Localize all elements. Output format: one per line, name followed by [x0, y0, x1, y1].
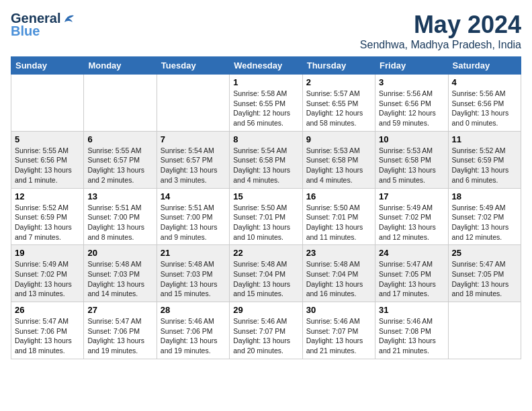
day-number: 18: [452, 191, 517, 201]
day-info: Sunrise: 5:49 AM Sunset: 7:02 PM Dayligh…: [452, 203, 517, 242]
day-number: 21: [161, 248, 226, 258]
logo-blue: Blue: [11, 24, 40, 39]
calendar-cell: 7Sunrise: 5:54 AM Sunset: 6:57 PM Daylig…: [157, 131, 229, 188]
day-number: 29: [233, 305, 298, 315]
calendar-cell: 28Sunrise: 5:46 AM Sunset: 7:06 PM Dayli…: [157, 302, 229, 359]
calendar-cell: 3Sunrise: 5:56 AM Sunset: 6:56 PM Daylig…: [375, 75, 448, 132]
day-info: Sunrise: 5:54 AM Sunset: 6:58 PM Dayligh…: [233, 146, 298, 185]
day-number: 2: [306, 77, 371, 87]
calendar-table: SundayMondayTuesdayWednesdayThursdayFrid…: [11, 56, 521, 359]
calendar-cell: 5Sunrise: 5:55 AM Sunset: 6:56 PM Daylig…: [11, 131, 84, 188]
calendar-cell: 20Sunrise: 5:48 AM Sunset: 7:03 PM Dayli…: [84, 245, 157, 302]
calendar-cell: 18Sunrise: 5:49 AM Sunset: 7:02 PM Dayli…: [448, 188, 521, 245]
day-info: Sunrise: 5:46 AM Sunset: 7:07 PM Dayligh…: [306, 316, 371, 356]
day-number: 3: [379, 77, 444, 87]
week-row-5: 26Sunrise: 5:47 AM Sunset: 7:06 PM Dayli…: [11, 302, 521, 359]
day-number: 11: [452, 134, 517, 144]
day-info: Sunrise: 5:58 AM Sunset: 6:55 PM Dayligh…: [233, 89, 298, 128]
calendar-cell: 26Sunrise: 5:47 AM Sunset: 7:06 PM Dayli…: [11, 302, 84, 359]
calendar-cell: 4Sunrise: 5:56 AM Sunset: 6:56 PM Daylig…: [448, 75, 521, 132]
title-area: May 2024 Sendhwa, Madhya Pradesh, India: [360, 11, 521, 51]
day-info: Sunrise: 5:51 AM Sunset: 7:00 PM Dayligh…: [87, 203, 152, 242]
day-number: 6: [87, 134, 152, 144]
main-title: May 2024: [360, 11, 521, 39]
calendar-cell: 29Sunrise: 5:46 AM Sunset: 7:07 PM Dayli…: [230, 302, 302, 359]
calendar-cell: 25Sunrise: 5:47 AM Sunset: 7:05 PM Dayli…: [448, 245, 521, 302]
calendar-cell: 13Sunrise: 5:51 AM Sunset: 7:00 PM Dayli…: [84, 188, 157, 245]
day-number: 8: [233, 134, 298, 144]
calendar-cell: 22Sunrise: 5:48 AM Sunset: 7:04 PM Dayli…: [230, 245, 302, 302]
day-info: Sunrise: 5:48 AM Sunset: 7:04 PM Dayligh…: [306, 259, 371, 299]
day-number: 25: [452, 248, 517, 258]
calendar-cell: 12Sunrise: 5:52 AM Sunset: 6:59 PM Dayli…: [11, 188, 84, 245]
col-header-friday: Friday: [375, 57, 448, 75]
week-row-2: 5Sunrise: 5:55 AM Sunset: 6:56 PM Daylig…: [11, 131, 521, 188]
day-info: Sunrise: 5:51 AM Sunset: 7:00 PM Dayligh…: [161, 203, 226, 242]
calendar-cell: 2Sunrise: 5:57 AM Sunset: 6:55 PM Daylig…: [302, 75, 375, 132]
day-number: 15: [233, 191, 298, 201]
day-info: Sunrise: 5:53 AM Sunset: 6:58 PM Dayligh…: [306, 146, 371, 185]
col-header-saturday: Saturday: [448, 57, 521, 75]
day-info: Sunrise: 5:47 AM Sunset: 7:05 PM Dayligh…: [379, 259, 444, 299]
subtitle: Sendhwa, Madhya Pradesh, India: [360, 39, 521, 51]
col-header-monday: Monday: [84, 57, 157, 75]
calendar-cell: 8Sunrise: 5:54 AM Sunset: 6:58 PM Daylig…: [230, 131, 302, 188]
week-row-4: 19Sunrise: 5:49 AM Sunset: 7:02 PM Dayli…: [11, 245, 521, 302]
calendar-cell: 14Sunrise: 5:51 AM Sunset: 7:00 PM Dayli…: [157, 188, 229, 245]
calendar-cell: 9Sunrise: 5:53 AM Sunset: 6:58 PM Daylig…: [302, 131, 375, 188]
calendar-cell: 17Sunrise: 5:49 AM Sunset: 7:02 PM Dayli…: [375, 188, 448, 245]
day-number: 19: [15, 248, 80, 258]
col-header-sunday: Sunday: [11, 57, 84, 75]
calendar-cell: 24Sunrise: 5:47 AM Sunset: 7:05 PM Dayli…: [375, 245, 448, 302]
day-info: Sunrise: 5:48 AM Sunset: 7:03 PM Dayligh…: [161, 259, 226, 299]
day-number: 10: [379, 134, 444, 144]
day-info: Sunrise: 5:56 AM Sunset: 6:56 PM Dayligh…: [452, 89, 517, 128]
calendar-cell: 11Sunrise: 5:52 AM Sunset: 6:59 PM Dayli…: [448, 131, 521, 188]
col-header-thursday: Thursday: [302, 57, 375, 75]
day-number: 1: [233, 77, 298, 87]
day-info: Sunrise: 5:49 AM Sunset: 7:02 PM Dayligh…: [379, 203, 444, 242]
day-number: 14: [161, 191, 226, 201]
calendar-cell: [11, 75, 84, 132]
calendar-cell: [84, 75, 157, 132]
day-number: 22: [233, 248, 298, 258]
day-number: 9: [306, 134, 371, 144]
day-info: Sunrise: 5:50 AM Sunset: 7:01 PM Dayligh…: [233, 203, 298, 242]
day-info: Sunrise: 5:52 AM Sunset: 6:59 PM Dayligh…: [15, 203, 80, 242]
logo-bird-icon: [62, 13, 77, 25]
day-number: 7: [161, 134, 226, 144]
header: General Blue May 2024 Sendhwa, Madhya Pr…: [11, 11, 521, 51]
day-info: Sunrise: 5:57 AM Sunset: 6:55 PM Dayligh…: [306, 89, 371, 128]
calendar-cell: 21Sunrise: 5:48 AM Sunset: 7:03 PM Dayli…: [157, 245, 229, 302]
calendar-cell: 15Sunrise: 5:50 AM Sunset: 7:01 PM Dayli…: [230, 188, 302, 245]
calendar-cell: 16Sunrise: 5:50 AM Sunset: 7:01 PM Dayli…: [302, 188, 375, 245]
day-info: Sunrise: 5:55 AM Sunset: 6:57 PM Dayligh…: [87, 146, 152, 185]
day-number: 24: [379, 248, 444, 258]
day-info: Sunrise: 5:46 AM Sunset: 7:08 PM Dayligh…: [379, 316, 444, 356]
logo: General Blue: [11, 11, 77, 39]
day-number: 16: [306, 191, 371, 201]
calendar-cell: [448, 302, 521, 359]
calendar-cell: 23Sunrise: 5:48 AM Sunset: 7:04 PM Dayli…: [302, 245, 375, 302]
day-number: 17: [379, 191, 444, 201]
day-info: Sunrise: 5:52 AM Sunset: 6:59 PM Dayligh…: [452, 146, 517, 185]
calendar-cell: 27Sunrise: 5:47 AM Sunset: 7:06 PM Dayli…: [84, 302, 157, 359]
day-number: 12: [15, 191, 80, 201]
day-info: Sunrise: 5:56 AM Sunset: 6:56 PM Dayligh…: [379, 89, 444, 128]
day-number: 30: [306, 305, 371, 315]
header-row: SundayMondayTuesdayWednesdayThursdayFrid…: [11, 57, 521, 75]
day-info: Sunrise: 5:54 AM Sunset: 6:57 PM Dayligh…: [161, 146, 226, 185]
day-info: Sunrise: 5:50 AM Sunset: 7:01 PM Dayligh…: [306, 203, 371, 242]
day-info: Sunrise: 5:49 AM Sunset: 7:02 PM Dayligh…: [15, 259, 80, 299]
day-number: 20: [87, 248, 152, 258]
calendar-cell: 10Sunrise: 5:53 AM Sunset: 6:58 PM Dayli…: [375, 131, 448, 188]
day-info: Sunrise: 5:47 AM Sunset: 7:06 PM Dayligh…: [87, 316, 152, 356]
day-number: 28: [161, 305, 226, 315]
day-info: Sunrise: 5:46 AM Sunset: 7:06 PM Dayligh…: [161, 316, 226, 356]
day-number: 26: [15, 305, 80, 315]
day-number: 23: [306, 248, 371, 258]
day-info: Sunrise: 5:47 AM Sunset: 7:05 PM Dayligh…: [452, 259, 517, 299]
week-row-3: 12Sunrise: 5:52 AM Sunset: 6:59 PM Dayli…: [11, 188, 521, 245]
day-number: 27: [87, 305, 152, 315]
day-info: Sunrise: 5:48 AM Sunset: 7:03 PM Dayligh…: [87, 259, 152, 299]
